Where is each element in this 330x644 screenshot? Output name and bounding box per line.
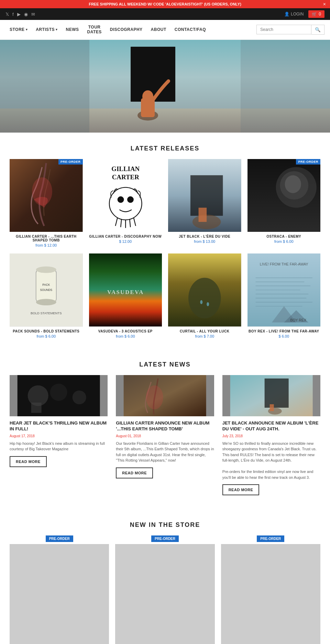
svg-point-57 (73, 391, 86, 404)
svg-text:PACK: PACK (42, 284, 50, 287)
nav-store[interactable]: STORE ▾ (6, 20, 32, 39)
product-card[interactable]: PRE-ORDER GILLIAN CARTER - ...THIS EARTH… (10, 159, 83, 248)
top-bar: 𝕏 f ▶ ◉ ✉ 👤 LOGIN 🛒 0 (0, 8, 330, 20)
top-bar-right: 👤 LOGIN 🛒 0 (284, 10, 324, 18)
announcement-close[interactable]: × (323, 1, 326, 7)
product-card[interactable]: PACK SOUNDS BOLD STATEMENTS PACK SOUNDS … (10, 253, 83, 338)
product-card[interactable]: GILLIAN CARTER GILLIAN CARTER - DISCOGRA… (89, 159, 162, 248)
nav-artists[interactable]: ARTISTS ▾ (32, 20, 62, 39)
svg-rect-67 (221, 544, 320, 643)
email-icon[interactable]: ✉ (31, 12, 35, 17)
svg-rect-7 (241, 40, 330, 133)
svg-point-56 (50, 384, 67, 401)
product-title: GILLIAN CARTER - ...THIS EARTH SHAPED TO… (10, 235, 83, 242)
svg-rect-19 (199, 207, 207, 222)
product-title: OSTRACA - ENEMY (248, 235, 321, 238)
hero-image (0, 40, 330, 133)
store-badge: PRE-ORDER (257, 535, 284, 542)
read-more-button[interactable]: READ MORE (116, 467, 153, 478)
svg-point-23 (285, 175, 301, 193)
nav-news[interactable]: NEWS (62, 20, 83, 39)
svg-text:VASUDEVA: VASUDEVA (107, 289, 144, 295)
album-art: VASUDEVA (89, 253, 162, 327)
album-art (168, 159, 241, 232)
store-image (10, 544, 109, 644)
news-title: HEAR JET BLACK'S THRILLING NEW ALBUM IN … (10, 420, 108, 432)
news-card: GILLIAN CARTER ANNOUNCE NEW ALBUM '...TH… (116, 375, 214, 495)
news-body: Hip hip hooray! Jet Black's new album is… (10, 441, 108, 452)
announcement-text: FREE SHIPPING ALL WEEKEND W/ CODE 'ALOEV… (89, 2, 241, 6)
search-form: 🔍 (256, 25, 324, 35)
news-image (10, 375, 108, 416)
news-date: August 01, 2018 (116, 434, 214, 438)
product-card[interactable]: JET BLACK - L'ÈRE DU VIDE from $ 13.00 (168, 159, 241, 248)
svg-rect-58 (31, 403, 42, 413)
product-price: from $ 6.00 (89, 334, 162, 338)
svg-text:LIVE! FROM THE FAR-AWAY: LIVE! FROM THE FAR-AWAY (260, 262, 308, 267)
news-grid: HEAR JET BLACK'S THRILLING NEW ALBUM IN … (10, 375, 320, 495)
nav-about[interactable]: ABOUT (147, 20, 170, 39)
nav-discography[interactable]: DISCOGRAPHY (106, 20, 147, 39)
product-price: from $ 6.00 (248, 239, 321, 244)
news-date: August 17, 2018 (10, 434, 108, 438)
news-image (116, 375, 214, 416)
svg-point-39 (200, 300, 202, 304)
announcement-bar: FREE SHIPPING ALL WEEKEND W/ CODE 'ALOEV… (0, 0, 330, 8)
store-image (221, 544, 320, 644)
latest-news-title: LATEST NEWS (0, 349, 330, 375)
product-price: from $ 6.00 (10, 334, 83, 338)
product-price: $ 12.00 (89, 239, 162, 244)
product-title: GILLIAN CARTER - DISCOGRAPHY NOW (89, 235, 162, 238)
news-date: July 23, 2018 (222, 434, 320, 438)
product-image: LIVE! FROM THE FAR-AWAY BOY REX (248, 253, 321, 327)
album-art: LIVE! FROM THE FAR-AWAY BOY REX (248, 253, 321, 327)
search-button[interactable]: 🔍 (311, 25, 324, 35)
chevron-down-icon: ▾ (56, 28, 58, 31)
svg-text:BOLD STATEMENTS: BOLD STATEMENTS (31, 311, 62, 315)
product-card[interactable]: PRE-ORDER OSTRACA - ENEMY from $ 6.00 (248, 159, 321, 248)
svg-point-26 (36, 267, 56, 273)
news-card: JET BLACK ANNOUNCE NEW ALBUM 'L'ÈRE DU V… (222, 375, 320, 495)
product-image: VASUDEVA (89, 253, 162, 327)
facebook-icon[interactable]: f (12, 12, 14, 17)
store-card[interactable]: PRE-ORDER (115, 535, 214, 644)
store-card[interactable]: PRE-ORDER (221, 535, 320, 644)
album-art (168, 253, 241, 327)
product-card[interactable]: CURTAIL - ALL YOUR LUCK from $ 7.00 (168, 253, 241, 338)
svg-point-60 (146, 385, 163, 409)
read-more-button[interactable]: READ MORE (222, 484, 260, 495)
product-image (168, 253, 241, 327)
store-section: PRE-ORDER PRE-ORDER PRE-ORDER (0, 535, 330, 644)
svg-text:SOUNDS: SOUNDS (40, 289, 53, 292)
nav-contact[interactable]: CONTACT/FAQ (170, 20, 210, 39)
product-badge: PRE-ORDER (58, 159, 83, 165)
product-card[interactable]: LIVE! FROM THE FAR-AWAY BOY REX BOY REX … (248, 253, 321, 338)
read-more-button[interactable]: READ MORE (10, 456, 47, 467)
product-price: $ 6.00 (248, 334, 321, 338)
cart-button[interactable]: 🛒 0 (308, 10, 324, 18)
news-title: JET BLACK ANNOUNCE NEW ALBUM 'L'ÈRE DU V… (222, 420, 320, 432)
twitter-icon[interactable]: 𝕏 (6, 12, 9, 17)
cart-icon: 🛒 (312, 12, 317, 16)
news-card: HEAR JET BLACK'S THRILLING NEW ALBUM IN … (10, 375, 108, 495)
instagram-icon[interactable]: ◉ (24, 12, 28, 17)
hero-banner (0, 40, 330, 133)
product-price: from $ 13.00 (168, 239, 241, 244)
nav-tour-dates[interactable]: TOURDATES (83, 20, 106, 39)
product-card[interactable]: VASUDEVA VASUDEVA - 3 ACOUSTICS EP from … (89, 253, 162, 338)
person-icon: 👤 (284, 12, 289, 16)
product-title: PACK SOUNDS - BOLD STATEMENTS (10, 329, 83, 333)
search-input[interactable] (256, 25, 311, 34)
login-link[interactable]: 👤 LOGIN (284, 12, 304, 16)
youtube-icon[interactable]: ▶ (17, 12, 21, 17)
product-image (168, 159, 241, 232)
store-card[interactable]: PRE-ORDER (10, 535, 109, 644)
store-badge: PRE-ORDER (46, 535, 73, 542)
product-image: PACK SOUNDS BOLD STATEMENTS (10, 253, 83, 327)
svg-point-27 (36, 299, 56, 306)
svg-rect-2 (131, 47, 175, 102)
latest-news-section: LATEST NEWS HEAR JET BLACK'S THRILLING N… (0, 349, 330, 509)
news-title: GILLIAN CARTER ANNOUNCE NEW ALBUM '...TH… (116, 420, 214, 432)
product-image: GILLIAN CARTER (89, 159, 162, 232)
svg-point-40 (207, 302, 209, 306)
